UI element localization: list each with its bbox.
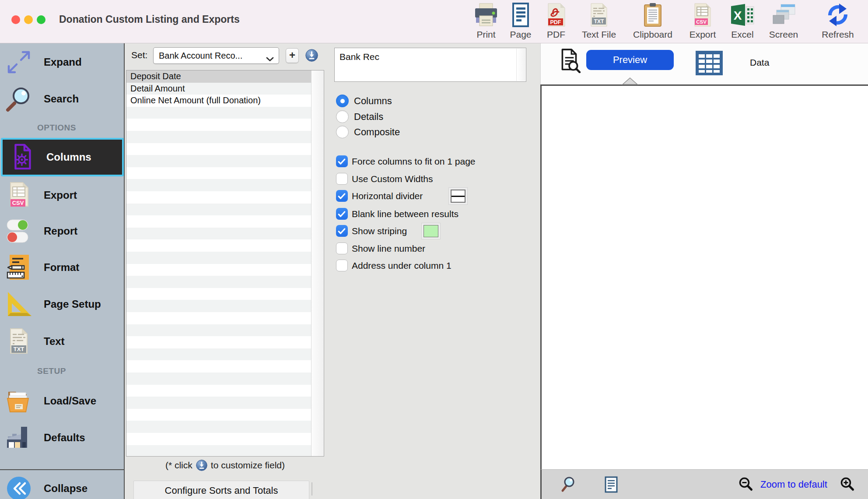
customize-field-button[interactable] — [305, 49, 318, 62]
sidebar-item-text[interactable]: TXT Text — [0, 324, 124, 359]
checkbox-row-custom-widths[interactable]: Use Custom Widths — [336, 173, 433, 185]
field-list-scrollbar[interactable] — [311, 70, 324, 456]
checkbox-label: Blank line between results — [352, 209, 458, 219]
blank-line-checkbox[interactable] — [336, 208, 348, 220]
sidebar-item-export[interactable]: CSV Export — [0, 178, 124, 213]
checkbox-label: Use Custom Widths — [352, 174, 433, 184]
preview-statusbar: Zoom to default — [540, 469, 868, 499]
set-name-textbox[interactable]: Bank Rec — [334, 48, 526, 82]
columns-radio[interactable] — [336, 95, 349, 107]
page-icon — [508, 21, 533, 28]
sidebar-item-page-setup[interactable]: Page Setup — [0, 287, 124, 322]
sidebar-item-report[interactable]: Report — [0, 214, 124, 249]
sidebar-item-label: Page Setup — [44, 298, 101, 310]
list-item[interactable]: Online Net Amount (full Donation) — [126, 95, 311, 107]
tabbar-underline — [540, 84, 868, 86]
radio-row-details[interactable]: Details — [336, 110, 383, 123]
list-item[interactable]: Detail Amount — [126, 83, 311, 95]
custom-widths-checkbox[interactable] — [336, 173, 348, 185]
composite-radio[interactable] — [336, 126, 349, 138]
details-radio[interactable] — [336, 110, 349, 123]
csv-file-icon: CSV — [4, 181, 33, 210]
sidebar-item-label: Collapse — [44, 482, 88, 495]
txt-file-icon: TXT — [587, 21, 611, 28]
checkbox-row-line-number[interactable]: Show line number — [336, 242, 425, 254]
configure-sorts-totals-button[interactable]: Configure Sorts and Totals — [133, 481, 309, 499]
sidebar: Expand Search OPTIONS — [0, 43, 125, 499]
sidebar-item-label: Format — [44, 261, 79, 274]
checkbox-row-address[interactable]: Address under column 1 — [336, 260, 452, 271]
sidebar-item-columns[interactable]: Columns — [1, 138, 124, 176]
svg-text:PDF: PDF — [550, 19, 561, 25]
checkbox-row-blank-line[interactable]: Blank line between results — [336, 208, 458, 220]
sidebar-item-label: Search — [44, 93, 79, 105]
show-line-number-checkbox[interactable] — [336, 242, 348, 254]
window-title: Donation Custom Listing and Exports — [59, 14, 240, 25]
preview-tabbar: Preview Data — [540, 43, 868, 84]
active-tab-notch — [622, 77, 638, 87]
add-set-button[interactable]: + — [286, 48, 299, 63]
set-select[interactable]: Bank Account Reco... — [153, 47, 279, 64]
toolbar-textfile-button[interactable]: TXT Text File — [574, 3, 624, 39]
tab-preview[interactable]: Preview — [586, 50, 674, 70]
tab-data-label: Data — [750, 57, 769, 68]
close-button[interactable] — [11, 15, 20, 24]
sidebar-item-defaults[interactable]: Defaults — [0, 420, 124, 455]
force-fit-checkbox[interactable] — [336, 155, 348, 167]
horizontal-divider-checkbox[interactable] — [336, 190, 348, 202]
sidebar-item-format[interactable]: Format — [0, 250, 124, 285]
txt-file-icon: TXT — [4, 327, 33, 356]
tab-data[interactable]: Data — [695, 48, 818, 78]
toolbar-clipboard-button[interactable]: Clipboard — [627, 3, 678, 39]
checkbox-label: Show striping — [352, 226, 407, 236]
open-folder-icon — [4, 387, 33, 415]
svg-text:TXT: TXT — [14, 346, 24, 352]
toolbar-refresh-label: Refresh — [812, 30, 863, 39]
striping-color-button[interactable] — [421, 223, 441, 239]
checkbox-row-show-striping[interactable]: Show striping — [336, 225, 407, 237]
toolbar-refresh-button[interactable]: Refresh — [812, 3, 863, 39]
zoom-in-icon[interactable] — [840, 477, 855, 493]
svg-text:CSV: CSV — [12, 200, 24, 206]
magnifier-tool-icon[interactable] — [560, 476, 576, 495]
list-item[interactable]: Deposit Date — [126, 70, 311, 83]
checkbox-label: Horizontal divider — [352, 191, 423, 201]
csv-file-icon: CSV — [690, 21, 715, 28]
sidebar-item-load-save[interactable]: Load/Save — [0, 383, 124, 418]
sidebar-item-search[interactable]: Search — [0, 81, 124, 116]
sidebar-item-label: Columns — [46, 151, 91, 163]
text-view-icon[interactable] — [605, 476, 618, 495]
hint-text-suffix: to customize field) — [211, 460, 285, 470]
address-under-column-checkbox[interactable] — [336, 260, 348, 271]
sidebar-item-label: Export — [44, 189, 77, 201]
textbox-scrollbar[interactable] — [516, 49, 525, 81]
divider-style-button[interactable] — [448, 187, 468, 205]
zoom-to-default-link[interactable]: Zoom to default — [760, 470, 827, 499]
toggle-switches-icon — [4, 217, 33, 246]
checkbox-label: Force columns to fit on 1 page — [352, 156, 476, 167]
sidebar-item-collapse[interactable]: Collapse — [0, 471, 124, 499]
toolbar-screen-button[interactable]: Screen — [758, 3, 809, 39]
svg-text:CSV: CSV — [696, 19, 707, 25]
document-gear-icon — [8, 143, 37, 172]
show-striping-checkbox[interactable] — [336, 225, 348, 237]
checkbox-row-force-fit[interactable]: Force columns to fit on 1 page — [336, 155, 476, 167]
hint-text-prefix: (* click — [165, 460, 192, 470]
customize-field-icon — [196, 460, 207, 471]
toolbar-clipboard-label: Clipboard — [627, 30, 678, 39]
zoom-window-button[interactable] — [37, 15, 46, 24]
checkbox-row-horizontal-divider[interactable]: Horizontal divider — [336, 190, 423, 202]
sidebar-divider — [0, 469, 124, 470]
minimize-button[interactable] — [24, 15, 33, 24]
sidebar-item-label: Defaults — [44, 432, 85, 444]
ruler-pencil-document-icon — [4, 253, 33, 282]
zoom-out-icon[interactable] — [738, 477, 753, 493]
refresh-icon — [826, 21, 850, 28]
excel-icon: X — [730, 21, 755, 28]
screen-windows-icon — [771, 21, 796, 28]
sidebar-section-options: OPTIONS — [37, 123, 124, 133]
radio-row-composite[interactable]: Composite — [336, 126, 400, 138]
radio-row-columns[interactable]: Columns — [336, 95, 392, 107]
sidebar-item-expand[interactable]: Expand — [0, 45, 124, 80]
set-square-icon — [4, 290, 33, 319]
